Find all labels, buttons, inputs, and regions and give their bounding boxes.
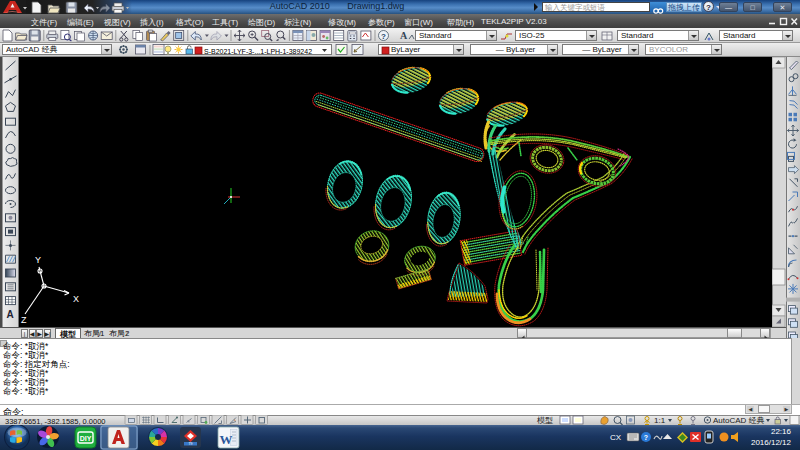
svg-text:Z: Z <box>21 315 27 325</box>
svg-text:A: A <box>7 309 14 320</box>
svg-text:模型: 模型 <box>537 416 553 425</box>
svg-text:S-B2021-LYF-3-...1-LPH-1-38924: S-B2021-LYF-3-...1-LPH-1-389242 <box>204 48 312 55</box>
svg-text:AutoCAD 经典: AutoCAD 经典 <box>713 416 765 425</box>
svg-text:Y: Y <box>35 255 41 265</box>
svg-text:CX: CX <box>610 433 622 442</box>
svg-text:?: ? <box>381 32 386 41</box>
svg-text:W: W <box>220 432 233 447</box>
svg-text:1:1: 1:1 <box>654 416 666 425</box>
svg-text:X: X <box>73 294 79 304</box>
svg-text:A: A <box>400 30 408 41</box>
svg-text:?: ? <box>644 434 648 441</box>
svg-text:DIY: DIY <box>80 435 92 442</box>
svg-text:T9: T9 <box>189 442 193 446</box>
